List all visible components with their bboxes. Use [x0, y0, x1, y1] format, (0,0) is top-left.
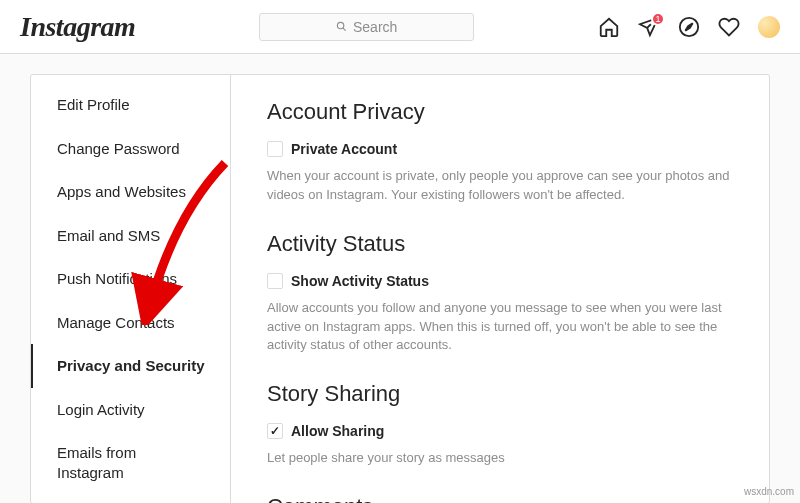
profile-avatar[interactable]	[758, 16, 780, 38]
private-account-help: When your account is private, only peopl…	[267, 167, 733, 205]
private-account-checkbox[interactable]	[267, 141, 283, 157]
sidebar-switch-professional[interactable]: Switch to Professional Account	[31, 494, 230, 503]
account-privacy-heading: Account Privacy	[267, 99, 733, 125]
search-icon	[336, 21, 347, 32]
activity-status-checkbox[interactable]	[267, 273, 283, 289]
search-input[interactable]: Search	[259, 13, 474, 41]
svg-marker-3	[685, 23, 692, 30]
sidebar-item-login-activity[interactable]: Login Activity	[31, 388, 230, 432]
sidebar-item-privacy-security[interactable]: Privacy and Security	[31, 344, 230, 388]
private-account-label: Private Account	[291, 141, 397, 157]
comments-heading: Comments	[267, 494, 733, 503]
allow-sharing-help: Let people share your story as messages	[267, 449, 733, 468]
sidebar-item-emails-instagram[interactable]: Emails from Instagram	[31, 431, 230, 494]
allow-sharing-label: Allow Sharing	[291, 423, 384, 439]
svg-point-0	[337, 22, 343, 28]
notification-badge: 1	[651, 12, 665, 26]
sidebar-item-email-sms[interactable]: Email and SMS	[31, 214, 230, 258]
allow-sharing-row: Allow Sharing	[267, 423, 733, 439]
activity-icon[interactable]	[718, 16, 740, 38]
activity-status-row: Show Activity Status	[267, 273, 733, 289]
private-account-row: Private Account	[267, 141, 733, 157]
home-icon[interactable]	[598, 16, 620, 38]
sidebar-item-change-password[interactable]: Change Password	[31, 127, 230, 171]
sidebar-item-apps-websites[interactable]: Apps and Websites	[31, 170, 230, 214]
instagram-logo[interactable]: Instagram	[20, 11, 135, 43]
activity-status-help: Allow accounts you follow and anyone you…	[267, 299, 733, 356]
sidebar-item-manage-contacts[interactable]: Manage Contacts	[31, 301, 230, 345]
allow-sharing-checkbox[interactable]	[267, 423, 283, 439]
activity-status-label: Show Activity Status	[291, 273, 429, 289]
top-bar: Instagram Search 1	[0, 0, 800, 54]
settings-sidebar: Edit Profile Change Password Apps and We…	[31, 75, 231, 503]
story-sharing-heading: Story Sharing	[267, 381, 733, 407]
svg-line-1	[343, 28, 346, 31]
sidebar-item-edit-profile[interactable]: Edit Profile	[31, 83, 230, 127]
explore-icon[interactable]	[678, 16, 700, 38]
messages-icon[interactable]: 1	[638, 16, 660, 38]
watermark: wsxdn.com	[744, 486, 794, 497]
search-placeholder: Search	[353, 19, 397, 35]
settings-container: Edit Profile Change Password Apps and We…	[30, 74, 770, 503]
nav-icons: 1	[598, 16, 780, 38]
sidebar-item-push-notifications[interactable]: Push Notifications	[31, 257, 230, 301]
avatar	[758, 16, 780, 38]
activity-status-heading: Activity Status	[267, 231, 733, 257]
settings-content: Account Privacy Private Account When you…	[231, 75, 769, 503]
